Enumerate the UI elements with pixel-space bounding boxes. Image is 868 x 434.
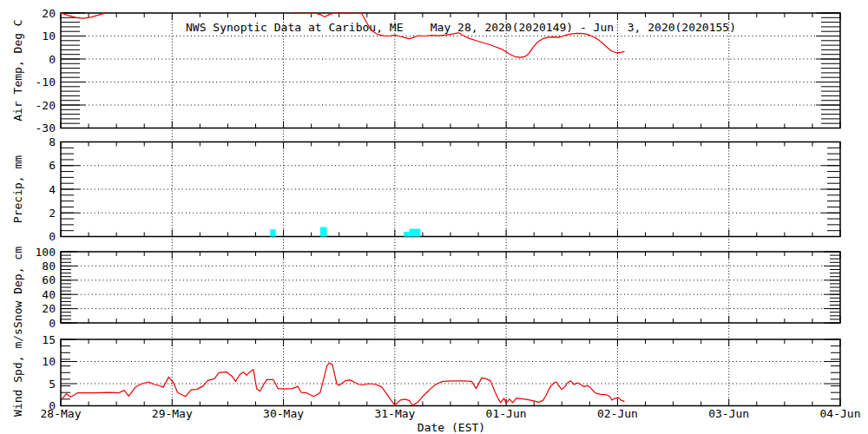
y-tick-label: 0 (49, 53, 56, 66)
y-tick-label: 6 (49, 159, 56, 172)
precip-bar (270, 229, 275, 236)
y-axis-title-wind-speed: Wind Spd, m/s (11, 328, 24, 417)
y-tick-label: 0 (49, 317, 56, 330)
x-tick-label: 30-May (263, 407, 304, 420)
x-tick-label: 03-Jun (708, 407, 749, 420)
y-axis-title-precip: Precip, mm (11, 155, 24, 223)
y-tick-label: 5 (49, 378, 56, 391)
y-tick-labels-precip: 8 6 4 2 0 (49, 135, 56, 243)
y-tick-label: 20 (42, 7, 56, 20)
y-tick-label: 10 (42, 30, 56, 43)
x-tick-label: 04-Jun (820, 407, 861, 420)
synoptic-multipanel-chart: 20 10 0 -10 -20 -30 8 6 4 2 0 100 80 60 … (0, 0, 868, 434)
y-tick-label: 0 (49, 230, 56, 243)
y-tick-labels-wind-speed: 15 10 5 0 (42, 333, 56, 413)
precip-bar (410, 229, 421, 237)
x-tick-labels: 28-May 29-May 30-May 31-May 01-Jun 02-Ju… (41, 407, 861, 420)
x-axis-title: Date (EST) (418, 421, 485, 434)
y-tick-labels-snow-depth: 100 80 60 40 20 0 (36, 246, 56, 330)
panel-frame-precip (61, 142, 840, 237)
grid-layer (61, 13, 840, 406)
y-tick-label: 10 (42, 355, 56, 368)
y-tick-label: 15 (42, 333, 56, 346)
y-tick-label: 80 (42, 260, 56, 273)
panel-frame-snow-depth (61, 252, 840, 323)
y-tick-labels-air-temp: 20 10 0 -10 -20 -30 (36, 7, 56, 135)
y-tick-label: 8 (49, 135, 56, 148)
precip-bar (404, 232, 409, 236)
x-tick-label: 02-Jun (597, 407, 638, 420)
x-tick-label: 29-May (152, 407, 193, 420)
x-tick-label: 01-Jun (486, 407, 527, 420)
y-axis-title-snow-depth: Snow Dep, cm (11, 247, 24, 328)
chart-title: NWS Synoptic Data at Caribou, ME May 28,… (186, 21, 736, 34)
y-tick-label: 20 (42, 302, 56, 315)
y-tick-label: 40 (42, 288, 56, 301)
y-tick-label: 2 (49, 207, 56, 220)
y-tick-label: 60 (42, 273, 56, 286)
precip-bar (320, 227, 327, 237)
series-layer (61, 13, 624, 405)
y-tick-label: -10 (36, 76, 56, 89)
air-temperature-line (294, 13, 624, 57)
y-tick-label: -30 (36, 122, 56, 135)
y-axis-title-air-temp: Air Temp, Deg C (11, 19, 24, 121)
y-tick-label: -20 (36, 99, 56, 112)
y-tick-label: 4 (49, 183, 56, 196)
panel-frame-wind-speed (61, 339, 840, 406)
x-tick-label: 28-May (41, 407, 82, 420)
y-tick-label: 100 (36, 246, 56, 259)
x-tick-label: 31-May (374, 407, 415, 420)
